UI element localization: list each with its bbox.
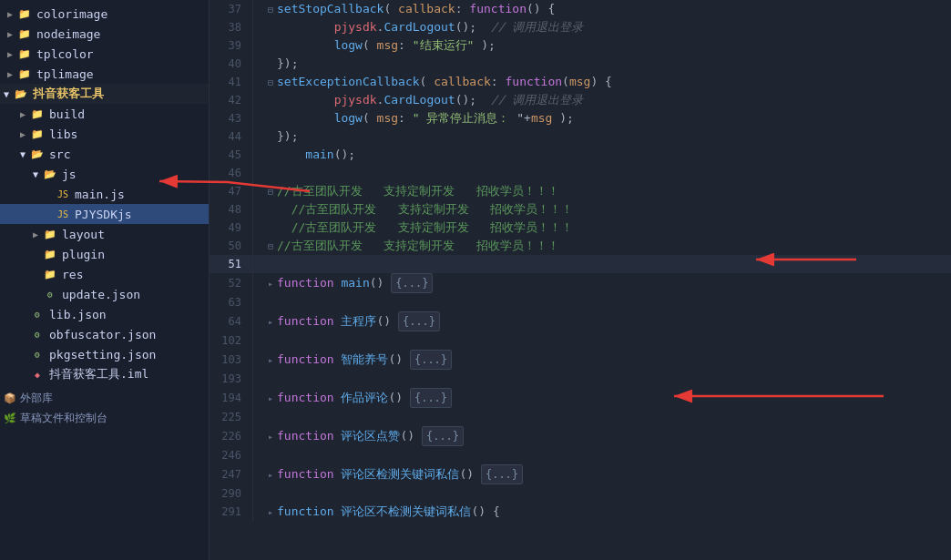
file-tree[interactable]: ▶ 📁 colorimage ▶ 📁 nodeimage ▶ 📁 tplcolo… [0, 0, 210, 560]
fold-marker[interactable]: ▸ [264, 393, 277, 403]
code-line-41: 41 ⊟ setExceptionCallback( callback: fun… [210, 73, 951, 91]
code-content: function 作品评论() {...} [277, 388, 951, 408]
fold-marker[interactable]: ▸ [264, 507, 277, 517]
fold-marker[interactable]: ▸ [264, 355, 277, 365]
tree-item-tplimage[interactable]: ▶ 📁 tplimage [0, 64, 209, 84]
tree-arrow: ▼ [29, 169, 42, 179]
folder-icon: 📁 [29, 107, 46, 121]
code-content: function 评论区检测关键词私信() {...} [277, 464, 951, 484]
code-editor: 37 ⊟ setStopCallback( callback: function… [210, 0, 951, 560]
line-number: 102 [210, 331, 253, 350]
code-line-40: 40 }); [210, 55, 951, 73]
line-number: 45 [210, 146, 253, 164]
fold-marker[interactable]: ▸ [264, 279, 277, 289]
tree-item-tplcolor[interactable]: ▶ 📁 tplcolor [0, 44, 209, 64]
tree-label: layout [62, 228, 105, 241]
tree-label: nodeimage [36, 27, 100, 41]
code-line-48: 48 //古至团队开发 支持定制开发 招收学员！！！ [210, 200, 951, 219]
code-content: function 评论区不检测关键词私信() { [277, 503, 951, 521]
fold-marker[interactable]: ⊟ [264, 77, 277, 87]
line-number: 225 [210, 408, 253, 426]
tree-item-main-js[interactable]: JS main.js [0, 184, 209, 204]
fold-marker[interactable]: ▸ [264, 432, 277, 442]
line-number: 47 [210, 182, 253, 200]
tree-item-res[interactable]: 📁 res [0, 264, 209, 284]
tree-label: build [49, 107, 85, 121]
tree-item-layout[interactable]: ▶ 📁 layout [0, 224, 209, 244]
code-line-37: 37 ⊟ setStopCallback( callback: function… [210, 0, 951, 18]
section-label: 外部库 [20, 391, 53, 406]
sidebar-section-scratch[interactable]: 🌿 草稿文件和控制台 [0, 408, 209, 428]
line-number: 49 [210, 219, 253, 237]
tree-item-lib-json[interactable]: ⚙ lib.json [0, 304, 209, 324]
code-line-42: 42 pjysdk.CardLogout(); // 调用退出登录 [210, 91, 951, 109]
code-line-46: 46 [210, 164, 951, 182]
line-number: 194 [210, 389, 253, 407]
tree-item-iml[interactable]: ◆ 抖音获客工具.iml [0, 364, 209, 384]
code-content: main(); [277, 146, 951, 164]
code-content: logw( msg: " 异常停止消息： "+msg ); [277, 109, 951, 127]
tree-item-build[interactable]: ▶ 📁 build [0, 104, 209, 124]
tree-item-plugin[interactable]: 📁 plugin [0, 244, 209, 264]
code-line-193: 193 [210, 370, 951, 388]
line-number: 50 [210, 237, 253, 255]
file-js-icon: JS [55, 207, 71, 221]
line-number: 226 [210, 427, 253, 445]
line-number: 44 [210, 127, 253, 146]
folder-icon: 📂 [42, 167, 58, 181]
fold-marker[interactable]: ⊟ [264, 5, 277, 15]
fold-marker[interactable]: ⊟ [264, 187, 277, 197]
tree-label: src [49, 148, 70, 161]
code-content: logw( msg: "结束运行" ); [277, 36, 951, 55]
code-content: pjysdk.CardLogout(); // 调用退出登录 [277, 91, 951, 109]
tree-label: pkgsetting.json [49, 348, 156, 361]
code-content: setExceptionCallback( callback: function… [277, 73, 951, 91]
code-line-103: 103 ▸ function 智能养号() {...} [210, 350, 951, 370]
line-number: 103 [210, 351, 253, 369]
tree-item-pkgsetting-json[interactable]: ⚙ pkgsetting.json [0, 344, 209, 364]
code-content: function 智能养号() {...} [277, 350, 951, 370]
code-lines[interactable]: 37 ⊟ setStopCallback( callback: function… [210, 0, 951, 560]
code-line-47: 47 ⊟ //古至团队开发 支持定制开发 招收学员！！！ [210, 182, 951, 200]
tree-item-src[interactable]: ▼ 📂 src [0, 144, 209, 164]
folder-icon: 📁 [16, 46, 33, 61]
folder-icon: 📁 [42, 227, 58, 241]
tree-label: res [62, 268, 83, 281]
tree-label: plugin [62, 248, 105, 261]
tree-item-obfuscator-json[interactable]: ⚙ obfuscator.json [0, 324, 209, 344]
tree-item-js[interactable]: ▼ 📂 js [0, 164, 209, 184]
code-line-49: 49 //古至团队开发 支持定制开发 招收学员！！！ [210, 219, 951, 237]
tree-item-pjysdk-js[interactable]: JS PJYSDKjs [0, 204, 209, 224]
line-number: 40 [210, 55, 253, 73]
folder-icon: 📁 [42, 267, 58, 281]
tree-label: 抖音获客工具.iml [49, 366, 148, 382]
fold-marker[interactable]: ⊟ [264, 241, 277, 251]
tree-item-update-json[interactable]: ⚙ update.json [0, 284, 209, 304]
sidebar-section-external[interactable]: 📦 外部库 [0, 388, 209, 408]
tree-label: js [62, 168, 77, 181]
tree-label: main.js [75, 188, 125, 201]
file-js-icon: JS [55, 187, 71, 201]
tree-item-douyin-root[interactable]: ▼ 📂 抖音获客工具 [0, 84, 209, 104]
line-number: 39 [210, 36, 253, 55]
code-line-246: 246 [210, 446, 951, 464]
line-number: 51 [210, 255, 253, 273]
line-number: 52 [210, 274, 253, 292]
code-content: //古至团队开发 支持定制开发 招收学员！！！ [277, 182, 951, 200]
fold-marker[interactable]: ▸ [264, 470, 277, 480]
fold-marker[interactable]: ▸ [264, 317, 277, 327]
tree-label: libs [49, 127, 77, 141]
tree-arrow: ▶ [4, 69, 16, 79]
folder-icon: 📁 [42, 247, 58, 261]
tree-label: obfuscator.json [49, 328, 156, 341]
tree-item-nodeimage[interactable]: ▶ 📁 nodeimage [0, 24, 209, 44]
tree-arrow: ▶ [4, 29, 16, 39]
folder-icon: 📁 [29, 127, 46, 141]
tree-item-libs[interactable]: ▶ 📁 libs [0, 124, 209, 144]
file-json-icon: ⚙ [42, 287, 58, 301]
tree-item-colorimage[interactable]: ▶ 📁 colorimage [0, 4, 209, 24]
tree-label: tplcolor [36, 47, 94, 61]
folder-icon: 📁 [16, 6, 33, 21]
code-line-45: 45 main(); [210, 146, 951, 164]
tree-label: 抖音获客工具 [33, 86, 104, 102]
